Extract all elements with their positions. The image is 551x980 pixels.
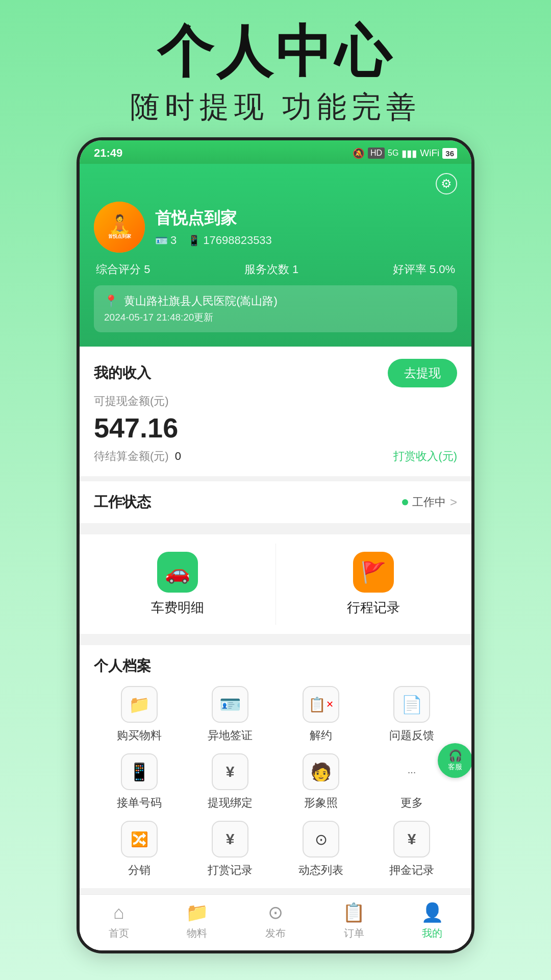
nav-item-home[interactable]: ⌂ 首页: [80, 902, 158, 940]
order-phone-icon: 📱: [121, 753, 158, 790]
page-subtitle: 随时提现 功能完善: [130, 87, 421, 127]
archive-item-order-phone[interactable]: 📱 接单号码: [94, 753, 185, 811]
nav-item-orders[interactable]: 📋 订单: [315, 902, 393, 940]
remote-sign-label: 异地签证: [208, 728, 253, 743]
dynamic-list-icon: ⊙: [303, 821, 339, 857]
bottom-nav: ⌂ 首页 📁 物料 ⊙ 发布 📋 订单 👤 我的: [80, 894, 471, 950]
status-icons: 🔕 HD 5G ▮▮▮ WiFi 36: [353, 148, 457, 159]
bind-withdraw-icon: ¥: [212, 753, 248, 790]
phone-value: 17698823533: [203, 234, 272, 247]
phone-icon: 📱: [188, 234, 201, 247]
remote-sign-icon: 🪪: [212, 686, 248, 723]
deposit-record-icon: ¥: [393, 821, 430, 857]
profile-photo-label: 形象照: [304, 795, 338, 811]
buy-material-icon: 📁: [121, 686, 158, 723]
distribution-icon: 🔀: [121, 821, 158, 857]
location-time: 2024-05-17 21:48:20更新: [104, 311, 447, 324]
material-label: 物料: [187, 926, 207, 940]
archive-item-reward-record[interactable]: ¥ 打赏记录: [185, 821, 276, 878]
archive-title: 个人档案: [94, 656, 457, 676]
archive-item-buy-material[interactable]: 📁 购买物料: [94, 686, 185, 743]
reward-link[interactable]: 打赏收入(元): [393, 449, 457, 464]
reward-record-icon: ¥: [212, 821, 248, 857]
cancel-icon: 📋✕: [303, 686, 339, 723]
notification-icon: 🔕: [353, 148, 365, 159]
page-header: 个人中心 随时提现 功能完善: [130, 0, 421, 137]
archive-item-remote-sign[interactable]: 🪪 异地签证: [185, 686, 276, 743]
nav-item-material[interactable]: 📁 物料: [158, 902, 237, 940]
customer-service-button[interactable]: 🎧 客服: [438, 743, 472, 778]
wifi-icon: WiFi: [420, 148, 439, 159]
nav-item-publish[interactable]: ⊙ 发布: [236, 902, 315, 940]
signal-bars: ▮▮▮: [402, 148, 417, 159]
car-fee-icon-box: 🚗: [157, 552, 198, 593]
customer-service-icon: 🎧: [448, 749, 462, 763]
publish-label: 发布: [265, 926, 286, 940]
quick-item-car-fee[interactable]: 🚗 车费明细: [80, 544, 276, 625]
archive-item-bind-withdraw[interactable]: ¥ 提现绑定: [185, 753, 276, 811]
income-amount: 547.16: [94, 412, 457, 444]
archive-item-more[interactable]: ··· 更多 🎧 客服: [366, 753, 457, 811]
feedback-icon: 📄: [393, 686, 430, 723]
income-title: 我的收入: [94, 363, 151, 383]
reward-record-label: 打赏记录: [208, 863, 253, 878]
feedback-label: 问题反馈: [389, 728, 434, 743]
settings-icon[interactable]: ⚙: [436, 173, 457, 194]
profile-id: 🪪 3: [155, 234, 177, 247]
archive-item-deposit-record[interactable]: ¥ 押金记录: [366, 821, 457, 878]
trip-record-label: 行程记录: [347, 599, 400, 617]
material-icon: 📁: [186, 902, 209, 923]
profile-meta: 🪪 3 📱 17698823533: [155, 234, 272, 247]
home-label: 首页: [109, 926, 129, 940]
top-section: ⚙ 🧘 首悦点到家 首悦点到家 🪪 3 📱 17: [80, 164, 471, 347]
stat-rate: 好评率 5.0%: [393, 262, 455, 277]
content-area: 我的收入 去提现 可提现金额(元) 547.16 待结算金额(元) 0 打赏收入…: [80, 347, 471, 950]
car-fee-label: 车费明细: [151, 599, 204, 617]
stat-score-label: 综合评分: [96, 263, 141, 276]
archive-item-distribution[interactable]: 🔀 分销: [94, 821, 185, 878]
deposit-record-label: 押金记录: [389, 863, 434, 878]
archive-item-cancel[interactable]: 📋✕ 解约: [276, 686, 366, 743]
work-status-card[interactable]: 工作状态 工作中 >: [80, 481, 471, 523]
buy-material-label: 购买物料: [117, 728, 162, 743]
archive-item-feedback[interactable]: 📄 问题反馈: [366, 686, 457, 743]
profile-photo-icon: 🧑: [303, 753, 339, 790]
mine-icon: 👤: [421, 902, 444, 923]
profile-name: 首悦点到家: [155, 207, 272, 230]
location-card: 📍 黄山路社旗县人民医院(嵩山路) 2024-05-17 21:48:20更新: [94, 285, 457, 332]
stat-service: 服务次数 1: [244, 262, 298, 277]
id-value: 3: [170, 234, 177, 247]
work-status-label: 工作中: [412, 495, 446, 510]
nav-item-mine[interactable]: 👤 我的: [393, 902, 471, 940]
quick-actions: 🚗 车费明细 🚩 行程记录: [80, 534, 471, 634]
avatar[interactable]: 🧘 首悦点到家: [94, 202, 145, 253]
archive-section: 个人档案 📁 购买物料 🪪 异地签证 📋✕ 解约 📄 问题反馈: [80, 645, 471, 888]
more-icon: ···: [393, 753, 430, 790]
profile-info: 首悦点到家 🪪 3 📱 17698823533: [155, 207, 272, 247]
quick-item-trip-record[interactable]: 🚩 行程记录: [276, 544, 472, 625]
signal-5g: 5G: [388, 149, 398, 158]
stats-row: 综合评分 5 服务次数 1 好评率 5.0%: [94, 262, 457, 277]
work-dot: [402, 499, 408, 505]
chevron-right-icon: >: [450, 495, 457, 509]
mine-label: 我的: [422, 926, 442, 940]
location-name: 📍 黄山路社旗县人民医院(嵩山路): [104, 293, 447, 309]
dynamic-list-label: 动态列表: [298, 863, 343, 878]
order-phone-label: 接单号码: [117, 795, 162, 811]
battery: 36: [442, 148, 457, 159]
orders-label: 订单: [344, 926, 364, 940]
home-icon: ⌂: [113, 902, 124, 923]
profile-row: 🧘 首悦点到家 首悦点到家 🪪 3 📱 17698823533: [94, 202, 457, 253]
archive-grid: 📁 购买物料 🪪 异地签证 📋✕ 解约 📄 问题反馈 📱: [94, 686, 457, 878]
income-pending-label: 待结算金额(元) 0: [94, 449, 181, 464]
archive-item-profile-photo[interactable]: 🧑 形象照: [276, 753, 366, 811]
archive-item-dynamic-list[interactable]: ⊙ 动态列表: [276, 821, 366, 878]
location-icon: 📍: [104, 295, 118, 307]
status-time: 21:49: [94, 146, 122, 160]
id-icon: 🪪: [155, 234, 168, 247]
stat-service-value: 1: [292, 263, 298, 276]
withdraw-button[interactable]: 去提现: [388, 359, 457, 387]
stat-rate-value: 5.0%: [430, 263, 455, 276]
cancel-label: 解约: [310, 728, 332, 743]
income-pending-row: 待结算金额(元) 0 打赏收入(元): [94, 449, 457, 464]
